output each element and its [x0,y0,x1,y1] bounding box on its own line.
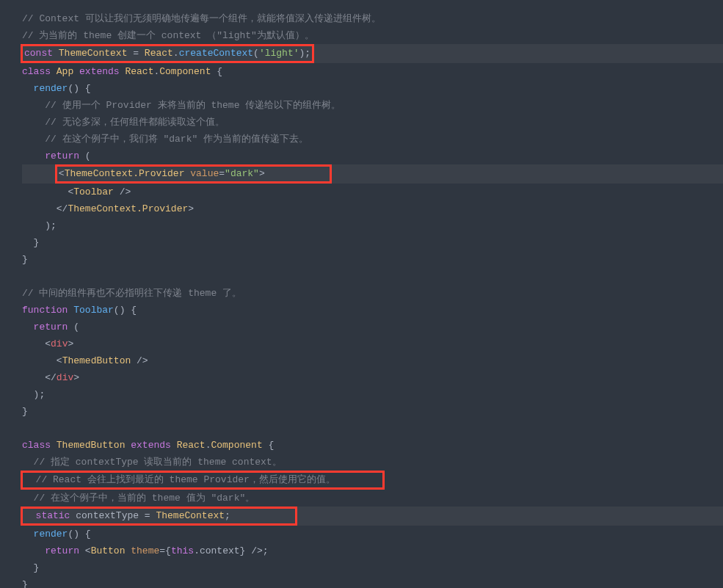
comment-line: // 指定 contextType 读取当前的 theme context。 [34,457,282,468]
code-line: } [22,254,28,265]
code-line: ); [34,389,46,400]
comment-line: // 无论多深，任何组件都能读取这个值。 [45,117,224,128]
red-box-4: static contextType = ThemeContext; [22,507,297,526]
red-box-1: const ThemeContext = React.createContext… [21,44,314,63]
red-box-3: // React 会往上找到最近的 theme Provider，然后使用它的值… [22,471,385,490]
code-line: <ThemedButton /> [57,355,148,366]
code-line: </ThemeContext.Provider> [57,203,194,214]
code-line: render() { [34,529,91,540]
highlighted-line: const ThemeContext = React.createContext… [22,44,723,63]
code-line: } [34,562,40,573]
comment-line: // 为当前的 theme 创建一个 context （"light"为默认值）… [22,30,314,41]
code-line: class App extends React.Component { [22,66,222,77]
code-line: class ThemedButton extends React.Compone… [22,440,274,451]
code-line: render() { [34,83,91,94]
comment-line: // Context 可以让我们无须明确地传遍每一个组件，就能将值深入传递进组件… [22,13,381,24]
code-line: } [22,579,28,588]
code-line: return <Button theme={this.context} />; [45,545,268,556]
code-line: function Toolbar() { [22,305,137,316]
comment-line: // 在这个例子中，我们将 "dark" 作为当前的值传递下去。 [45,134,308,145]
code-line: </div> [45,372,79,383]
red-box-2: <ThemeContext.Provider value="dark"> [55,164,332,184]
comment-line: // 使用一个 Provider 来将当前的 theme 传递给以下的组件树。 [45,100,341,111]
highlighted-line: <ThemeContext.Provider value="dark"> [22,164,723,184]
code-line: ); [45,220,57,231]
code-line: return ( [45,150,90,161]
comment-line: // 中间的组件再也不必指明往下传递 theme 了。 [22,288,241,299]
code-line: } [22,406,28,417]
code-editor[interactable]: // Context 可以让我们无须明确地传遍每一个组件，就能将值深入传递进组件… [22,10,723,588]
code-line: } [34,237,40,248]
code-line: return ( [34,322,79,333]
highlighted-line: static contextType = ThemeContext; [22,507,723,526]
code-line: <div> [45,338,73,349]
comment-line: // 在这个例子中，当前的 theme 值为 "dark"。 [34,493,255,504]
code-line: <Toolbar /> [68,186,131,197]
